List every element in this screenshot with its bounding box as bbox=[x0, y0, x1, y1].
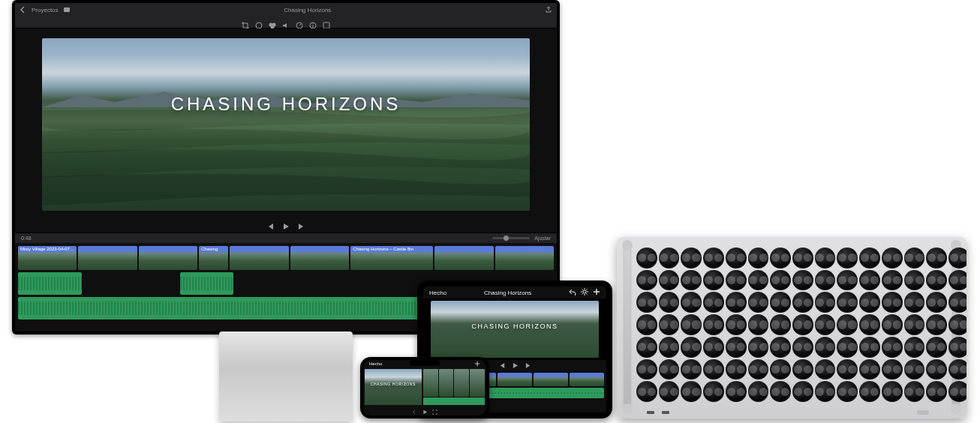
video-title-overlay: CHASING HORIZONS bbox=[42, 94, 530, 115]
timeline-clip[interactable] bbox=[454, 369, 469, 397]
timeline-clip[interactable] bbox=[439, 369, 454, 397]
iphone-video-track[interactable] bbox=[423, 369, 485, 397]
crop-tool-icon[interactable] bbox=[242, 19, 249, 26]
next-frame-button[interactable] bbox=[297, 220, 305, 233]
settings-gear-icon[interactable] bbox=[581, 288, 588, 297]
zoom-fit-button[interactable]: Ajustar bbox=[534, 236, 551, 241]
timeline-clip[interactable] bbox=[570, 373, 604, 386]
timeline-clip[interactable] bbox=[534, 373, 568, 386]
iphone-video-title-overlay: CHASING HORIZONS bbox=[365, 382, 422, 386]
volume-icon[interactable] bbox=[282, 19, 290, 26]
media-library-icon[interactable] bbox=[63, 6, 71, 14]
monitor-stand bbox=[219, 332, 353, 422]
timeline-clip[interactable] bbox=[290, 246, 349, 270]
ipad-project-title: Chasing Horizons bbox=[484, 290, 531, 296]
timeline-clip[interactable]: Chasing Horizons – Castle 8m bbox=[350, 246, 433, 270]
timeline-clip[interactable]: Chasing bbox=[199, 246, 228, 270]
timeline-clip[interactable]: Misty Village 2023-04-07 Clip 01 bbox=[18, 246, 77, 270]
transport-controls bbox=[15, 220, 557, 232]
timeline-clip[interactable] bbox=[139, 246, 197, 270]
timeline-info-bar: 0:48 Ajustar bbox=[15, 232, 557, 243]
ipad-preview-viewer: CHASING HORIZONS bbox=[423, 298, 606, 360]
video-preview-frame[interactable]: CHASING HORIZONS bbox=[42, 38, 530, 211]
iphone-fullscreen-icon[interactable] bbox=[432, 404, 437, 418]
svg-point-1 bbox=[256, 22, 262, 28]
color-correct-icon[interactable] bbox=[269, 19, 276, 26]
timeline-clip[interactable] bbox=[434, 246, 493, 270]
adjustments-toolbar bbox=[15, 16, 557, 28]
iphone-transport-controls bbox=[363, 406, 486, 416]
usb-c-port-icon bbox=[647, 411, 654, 414]
mac-pro-power-button bbox=[917, 410, 929, 415]
timeline-clip[interactable] bbox=[498, 373, 532, 386]
ipad-done-button[interactable]: Hecho bbox=[429, 290, 446, 296]
svg-rect-0 bbox=[64, 8, 70, 12]
timeline-clip[interactable] bbox=[423, 369, 438, 397]
timeline-clip[interactable] bbox=[470, 369, 485, 397]
zoom-slider[interactable] bbox=[492, 237, 530, 239]
filters-icon[interactable] bbox=[323, 19, 330, 26]
iphone-play-button[interactable] bbox=[422, 404, 428, 418]
iphone-preview-viewer: CHASING HORIZONS bbox=[365, 369, 422, 405]
timecode-display: 0:48 bbox=[21, 236, 32, 241]
mac-pro-handle bbox=[624, 243, 630, 411]
timeline-clip[interactable] bbox=[78, 246, 137, 270]
prev-frame-button[interactable] bbox=[267, 220, 275, 233]
share-icon[interactable] bbox=[545, 6, 552, 14]
usb-c-port-icon bbox=[662, 411, 669, 414]
ipad-video-frame[interactable]: CHASING HORIZONS bbox=[431, 301, 599, 357]
timeline-clip[interactable] bbox=[495, 246, 554, 270]
info-icon[interactable] bbox=[309, 19, 317, 26]
ipad-video-title-overlay: CHASING HORIZONS bbox=[431, 322, 599, 330]
undo-icon[interactable] bbox=[569, 288, 576, 297]
iphone-undo-icon[interactable] bbox=[413, 404, 418, 418]
window-title: Chasing Horizons bbox=[71, 7, 545, 14]
color-balance-icon[interactable] bbox=[255, 19, 263, 26]
audio-clip[interactable] bbox=[18, 272, 82, 295]
window-titlebar: Proyectos Chasing Horizons bbox=[15, 3, 557, 16]
audio-clip[interactable] bbox=[180, 272, 233, 295]
video-track[interactable]: Misty Village 2023-04-07 Clip 01 Chasing… bbox=[18, 246, 554, 270]
timeline-clip[interactable] bbox=[230, 246, 288, 270]
ipad-nav-bar: Hecho Chasing Horizons bbox=[423, 286, 606, 298]
iphone-device: Hecho CHASING HORIZONS bbox=[360, 357, 489, 418]
mac-pro-lattice-grille bbox=[636, 248, 947, 402]
mac-pro-tower bbox=[617, 237, 966, 418]
mac-pro-front-ports bbox=[647, 411, 669, 414]
iphone-done-button[interactable]: Hecho bbox=[369, 362, 382, 366]
iphone-add-icon[interactable] bbox=[474, 361, 480, 368]
play-button[interactable] bbox=[282, 220, 290, 233]
landscape-terrace-layer bbox=[42, 107, 530, 211]
add-plus-icon[interactable] bbox=[593, 288, 600, 297]
iphone-timeline[interactable] bbox=[423, 369, 485, 405]
svg-rect-7 bbox=[323, 22, 329, 28]
preview-viewer: CHASING HORIZONS bbox=[15, 28, 557, 220]
imovie-iphone-app: Hecho CHASING HORIZONS bbox=[363, 360, 486, 416]
iphone-video-frame[interactable]: CHASING HORIZONS bbox=[365, 369, 422, 405]
back-chevron-icon[interactable] bbox=[20, 6, 27, 14]
back-to-projects-button[interactable]: Proyectos bbox=[32, 7, 59, 14]
speed-icon[interactable] bbox=[296, 19, 303, 26]
svg-point-8 bbox=[583, 290, 586, 293]
iphone-dynamic-island bbox=[410, 360, 440, 366]
